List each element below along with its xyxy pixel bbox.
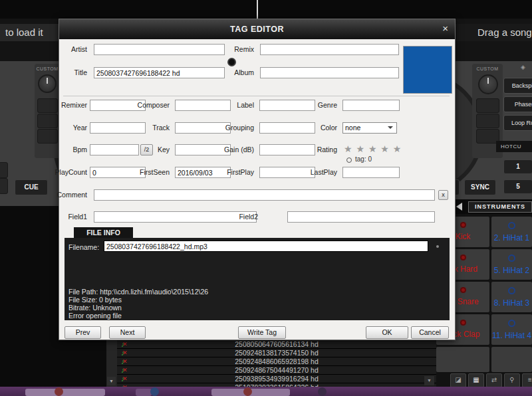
cover-art-dot [55, 387, 63, 396]
filter-icon: ▼ [427, 378, 432, 383]
key-label: Key [126, 144, 170, 155]
comment-clear-label: x [442, 191, 445, 198]
star-icons: ★ ★ ★ ★ ★ [344, 144, 402, 154]
tag-editor-dialog: TAG EDITOR × Artist Remix Title Album Re… [59, 19, 456, 340]
effect-slot-looproll[interactable]: Loop Roll [503, 115, 532, 131]
next-label: Next [120, 328, 135, 336]
dialog-title: TAG EDITOR [230, 25, 284, 34]
missing-file-icon: ♪✕ [121, 340, 128, 348]
custom-button-2[interactable] [476, 114, 499, 128]
track-title: 2508050647605616134 hd [235, 340, 319, 348]
close-icon[interactable]: × [442, 19, 448, 39]
filter-button[interactable]: ▼ [424, 376, 434, 385]
drop-hint-right: Drag a song or [477, 27, 532, 38]
filename-field[interactable] [104, 241, 428, 252]
comment-clear-button[interactable]: x [438, 190, 448, 200]
sampler-pad-empty-2[interactable] [491, 347, 532, 372]
collapse-arrow-icon[interactable] [456, 203, 462, 211]
cover-thumb[interactable] [25, 389, 105, 396]
effect-slot-phaser[interactable]: Phaser [503, 96, 532, 112]
prev-button[interactable]: Prev [65, 326, 101, 339]
tag-radio-icon[interactable] [346, 157, 352, 163]
sampler-pad-hihat1[interactable]: 2. HiHat 1 [491, 217, 532, 247]
custom-knob[interactable] [478, 74, 498, 94]
year-label: Year [39, 122, 87, 134]
left-edge-button-1[interactable] [0, 162, 8, 178]
title-field[interactable] [94, 67, 225, 78]
track-row[interactable]: ♪✕2509248675044491270 hd [117, 366, 436, 375]
pad-label: 2. HiHat 1 [491, 233, 532, 243]
sampler-list-button[interactable]: ≡ [522, 373, 532, 387]
deck-divider [257, 0, 258, 19]
sampler-pad-hihat4[interactable]: 11. HiHat 4 [491, 314, 532, 345]
track-row[interactable]: ♪✕2508050647605616134 hd [117, 340, 436, 349]
track-title: 2509248138173574150 hd [235, 349, 319, 357]
track-title: 2509248675044491270 hd [235, 366, 319, 374]
album-field[interactable] [260, 67, 399, 78]
album-art[interactable] [403, 46, 452, 94]
effect-label: Backspin [512, 82, 532, 89]
next-button[interactable]: Next [109, 326, 146, 339]
filename-label: Filename: [68, 243, 99, 251]
rating-stars[interactable]: ★ ★ ★ ★ ★ [344, 144, 402, 154]
shuffle-button[interactable]: ⇄ [486, 373, 502, 387]
hotcue-button-5[interactable]: 5 [503, 179, 532, 194]
color-label: Color [279, 122, 337, 134]
tracklist-scrollbar[interactable]: ▼ [106, 339, 118, 387]
record-icon[interactable] [227, 58, 236, 66]
effect-slot-backspin[interactable]: Backspin [503, 78, 532, 94]
file-info-tab[interactable]: FILE INFO [74, 227, 133, 238]
sampler-pad-hihat3[interactable]: 8. HiHat 3 [491, 282, 532, 312]
lastplay-field[interactable] [342, 167, 400, 178]
ok-button[interactable]: OK [366, 326, 408, 339]
bpm-label: Bpm [39, 144, 87, 155]
pads-view-button[interactable]: ◪ [450, 373, 466, 387]
instruments-selector[interactable]: INSTRUMENTS [468, 201, 532, 213]
file-info-panel: Filename: File Path: http:\\cdn.lizhi.fm… [65, 238, 450, 320]
prev-label: Prev [76, 328, 90, 336]
cymbal-icon [508, 254, 515, 262]
track-row[interactable]: ♪✕2509248138173574150 hd [117, 349, 436, 357]
effects-diamond-icon: ◈ [521, 64, 525, 70]
tracklist: ♪✕2508050647605616134 hd ♪✕2509248138173… [117, 339, 436, 387]
grid-view-button[interactable]: ▦ [468, 373, 484, 387]
write-tag-label: Write Tag [247, 328, 277, 336]
left-edge-button-2[interactable] [0, 178, 8, 194]
gain-label: Gain (dB) [212, 144, 254, 155]
custom-button-1[interactable] [476, 98, 499, 113]
cover-flow-strip [0, 387, 532, 396]
scroll-down-button[interactable]: ▼ [107, 377, 116, 385]
mic-button[interactable]: ⚲ [504, 373, 520, 387]
instruments-label: INSTRUMENTS [475, 203, 525, 210]
custom-label: CUSTOM [472, 66, 503, 71]
shuffle-icon: ⇄ [491, 376, 497, 383]
dialog-titlebar[interactable]: TAG EDITOR [59, 19, 455, 39]
write-tag-button[interactable]: Write Tag [238, 326, 286, 339]
hotcue-label: 1 [516, 163, 520, 170]
drop-hint-left: to load it [5, 27, 43, 38]
top-bar [0, 0, 532, 19]
color-select[interactable]: none [342, 122, 397, 134]
artist-field[interactable] [94, 44, 225, 55]
cymbal-icon [508, 287, 515, 294]
track-row[interactable]: ♪✕2509389534939916294 hd [117, 375, 436, 383]
hotcue-label: 5 [516, 183, 520, 190]
sync-button[interactable]: SYNC [464, 179, 496, 195]
genre-field[interactable] [342, 100, 400, 111]
firstseen-label: FirstSeen [126, 167, 170, 178]
sampler-pad-empty-1[interactable] [436, 347, 489, 372]
field2-field[interactable] [287, 211, 435, 223]
track-label: Track [126, 122, 170, 134]
track-row[interactable]: ♪✕2509248486065928198 hd [117, 357, 436, 366]
remix-field[interactable] [260, 44, 399, 55]
comment-field[interactable] [94, 189, 435, 201]
cancel-button[interactable]: Cancel [411, 326, 449, 339]
cue-label: CUE [24, 183, 38, 191]
remixer-label: Remixer [39, 100, 87, 111]
sampler-pad-hihat2[interactable]: 5. HiHat 2 [491, 249, 532, 280]
hotcue-button-1[interactable]: 1 [503, 159, 532, 174]
file-error: Error opening file [68, 312, 122, 320]
hotcues-header-label: HOTCU [501, 144, 521, 149]
cover-thumb[interactable] [136, 389, 152, 396]
comment-label: Comment [39, 189, 87, 201]
